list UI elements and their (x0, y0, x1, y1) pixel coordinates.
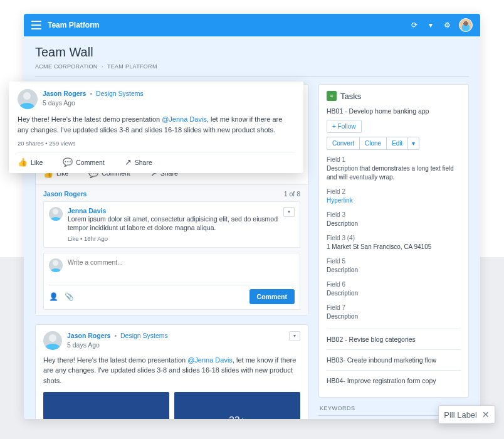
breadcrumb-org[interactable]: ACME CORPORATION (35, 63, 98, 70)
field-value: Description that demonstrates a long tex… (327, 164, 461, 182)
avatar[interactable] (18, 89, 38, 109)
post-author[interactable]: Jason Rogers (67, 332, 110, 339)
post-popover: Jason Rogers • Design Systems 5 days Ago… (9, 82, 303, 173)
comment-item: Jenna Davis Lorem ipsum dolor sit amet, … (43, 201, 300, 248)
comments-panel: Jason Rogers 1 of 8 Jenna Davis Lorem ip… (36, 184, 308, 315)
avatar (49, 258, 63, 272)
post-body: Hey there! Here's the latest demo presen… (43, 355, 300, 386)
tasks-card: ≡ Tasks HB01 - Develop home banking app … (318, 84, 469, 398)
field-value: Description (327, 289, 461, 298)
avatar[interactable] (43, 331, 62, 350)
comments-pagination: 1 of 8 (284, 190, 300, 198)
field-label: Field 3 (327, 211, 461, 218)
task-item[interactable]: HB03- Create inbound marketing flow (327, 349, 461, 370)
breadcrumb-section[interactable]: TEAM PLATFORM (107, 63, 157, 70)
comment-composer: 👤 📎 Comment (43, 253, 300, 310)
field-label: Field 7 (327, 304, 461, 311)
task-icon: ≡ (327, 91, 337, 101)
field-label: Field 3 (4) (327, 235, 461, 241)
person-icon[interactable]: 👤 (49, 292, 58, 301)
comment-body: Lorem ipsum dolor sit amet, consectetur … (68, 214, 278, 233)
share-icon: ↗ (125, 157, 132, 167)
field-value: Description (327, 220, 461, 228)
field-label: Field 5 (327, 258, 461, 265)
attach-icon[interactable]: 📎 (65, 292, 74, 301)
field-value: Hyperlink (327, 196, 461, 205)
comment-menu-button[interactable]: ▾ (283, 207, 295, 217)
mention-link[interactable]: @Jenna Davis (187, 356, 233, 364)
avatar[interactable] (459, 18, 473, 32)
post-stats: 20 shares • 259 views (18, 140, 295, 147)
post-group[interactable]: Design Systems (120, 332, 168, 339)
field-value: Description (327, 312, 461, 321)
tasks-title: Tasks (340, 92, 361, 101)
pill-label: Pill Label (444, 410, 477, 420)
task-fields: Field 1Description that demonstrates a l… (327, 156, 461, 321)
post-group[interactable]: Design Systems (96, 90, 144, 97)
comment-author[interactable]: Jenna Davis (68, 207, 278, 214)
media-thumbnail-more[interactable]: 22+ (174, 392, 300, 419)
task-primary-title[interactable]: HB01 - Develop home banking app (327, 107, 461, 115)
post-menu-button[interactable]: ▾ (289, 331, 300, 341)
field-value: Description (327, 266, 461, 275)
gear-icon[interactable]: ⚙ (443, 21, 451, 29)
app-title: Team Platform (48, 21, 99, 29)
post-time: 5 days Ago (43, 98, 144, 108)
field-label: Field 1 (327, 156, 461, 163)
task-item[interactable]: HB02 - Revise blog categories (327, 329, 461, 349)
comment-button[interactable]: 💬Comment (63, 157, 105, 167)
close-icon[interactable]: ✕ (482, 410, 490, 420)
more-actions-button[interactable]: ▾ (407, 137, 419, 150)
mention-link[interactable]: @Jenna Davis (162, 115, 207, 123)
refresh-icon[interactable]: ⟳ (410, 21, 419, 29)
filter-icon[interactable]: ▾ (426, 21, 435, 29)
feed-post: Jason Rogers • Design Systems 5 days Ago… (35, 324, 308, 419)
comment-input[interactable] (68, 258, 295, 266)
avatar[interactable] (49, 207, 63, 221)
convert-button[interactable]: Convert (327, 137, 359, 150)
field-label: Field 6 (327, 281, 461, 288)
post-body: Hey there! Here's the latest demo presen… (18, 114, 295, 135)
follow-button[interactable]: + Follow (327, 120, 362, 133)
topbar: Team Platform ⟳ ▾ ⚙ (24, 14, 480, 36)
hamburger-icon[interactable] (31, 21, 41, 29)
breadcrumb: ACME CORPORATION › TEAM PLATFORM (35, 63, 469, 70)
thumbs-up-icon: 👍 (18, 157, 28, 167)
task-item[interactable]: HB04- Improve registration form copy (327, 370, 461, 391)
floating-pill[interactable]: Pill Label ✕ (438, 405, 495, 424)
media-thumbnail[interactable] (43, 392, 169, 419)
field-value: 1 Market St San Francisco, CA 94105 (327, 243, 461, 251)
submit-comment-button[interactable]: Comment (249, 289, 295, 304)
like-button[interactable]: 👍Like (18, 157, 43, 167)
field-link[interactable]: Hyperlink (327, 197, 353, 204)
comment-icon: 💬 (63, 157, 73, 167)
comments-author[interactable]: Jason Rogers (43, 190, 87, 198)
comment-meta: Like • 16hr Ago (68, 235, 278, 242)
post-author[interactable]: Jason Rogers (43, 90, 86, 97)
edit-button[interactable]: Edit (386, 137, 407, 150)
share-button[interactable]: ↗Share (125, 157, 152, 167)
clone-button[interactable]: Clone (359, 137, 386, 150)
post-time: 5 days Ago (67, 341, 168, 350)
page-title: Team Wall (35, 45, 469, 60)
app-window: Team Platform ⟳ ▾ ⚙ Team Wall ACME CORPO… (24, 14, 480, 419)
field-label: Field 2 (327, 188, 461, 195)
